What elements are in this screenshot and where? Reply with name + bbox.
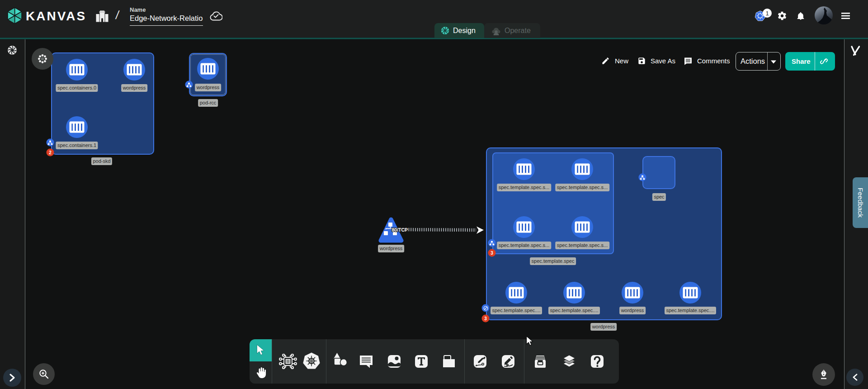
svg-text:80/TCP: 80/TCP <box>392 227 408 232</box>
